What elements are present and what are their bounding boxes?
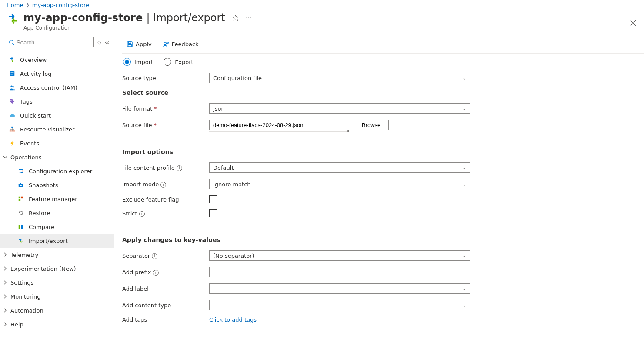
app-config-icon: [6, 12, 20, 26]
nav-label: Settings: [10, 279, 33, 286]
nav-label: Restore: [29, 210, 50, 216]
info-icon[interactable]: i: [153, 270, 159, 276]
more-icon[interactable]: ···: [245, 15, 252, 21]
file-content-profile-select[interactable]: Default ⌄: [209, 162, 470, 173]
nav-settings[interactable]: Settings: [0, 276, 114, 289]
restore-icon: [17, 209, 24, 216]
strict-label: Stricti: [122, 210, 209, 217]
import-mode-select[interactable]: Ignore match ⌄: [209, 179, 470, 189]
select-source-heading: Select source: [122, 89, 644, 96]
nav-quick-start[interactable]: Quick start: [0, 108, 114, 122]
page-subtitle: App Configuration: [23, 25, 225, 31]
favorite-star-icon[interactable]: [232, 14, 239, 21]
info-icon[interactable]: i: [152, 253, 157, 259]
add-tags-link[interactable]: Click to add tags: [209, 316, 257, 323]
browse-button[interactable]: Browse: [354, 120, 389, 130]
nav-tags[interactable]: Tags: [0, 94, 114, 108]
breadcrumb-home[interactable]: Home: [7, 2, 23, 8]
svg-point-18: [22, 171, 23, 172]
radio-import[interactable]: Import: [123, 58, 153, 66]
nav-label: Configuration explorer: [29, 168, 92, 175]
nav-import-export[interactable]: Import/export: [0, 234, 114, 248]
search-icon: [9, 40, 15, 45]
info-icon[interactable]: i: [177, 165, 182, 171]
sidebar: ◇ ≪ Overview Activity log Access control…: [0, 35, 114, 338]
svg-rect-25: [19, 197, 20, 198]
svg-rect-27: [19, 199, 20, 201]
svg-rect-31: [129, 42, 131, 44]
button-label: Apply: [136, 41, 152, 47]
expand-icon[interactable]: ◇: [97, 40, 101, 45]
chevron-down-icon: ⌄: [463, 253, 466, 258]
sidebar-search[interactable]: [6, 37, 94, 47]
breadcrumb-resource[interactable]: my-app-config-store: [32, 2, 89, 8]
svg-rect-28: [19, 225, 20, 229]
search-input[interactable]: [17, 39, 91, 46]
nav-label: Experimentation (New): [10, 266, 76, 272]
feedback-button[interactable]: Feedback: [158, 35, 203, 53]
strict-checkbox[interactable]: [209, 209, 217, 217]
nav-access-control[interactable]: Access control (IAM): [0, 81, 114, 94]
nav-resource-visualizer[interactable]: Resource visualizer: [0, 122, 114, 136]
tag-icon: [9, 98, 16, 105]
collapse-sidebar-icon[interactable]: ≪: [105, 40, 109, 45]
nav-restore[interactable]: Restore: [0, 206, 114, 220]
file-content-profile-label: File content profilei: [122, 165, 209, 171]
nav-config-explorer[interactable]: Configuration explorer: [0, 164, 114, 178]
hierarchy-icon: [9, 126, 16, 133]
radio-label: Export: [175, 59, 194, 65]
nav-help[interactable]: Help: [0, 317, 114, 331]
close-button[interactable]: [630, 20, 636, 26]
svg-rect-13: [10, 131, 11, 132]
nav-telemetry[interactable]: Telemetry: [0, 248, 114, 262]
exclude-feature-flag-checkbox[interactable]: [209, 195, 217, 203]
apply-button[interactable]: Apply: [122, 35, 156, 53]
add-prefix-input[interactable]: [209, 267, 470, 277]
file-format-select[interactable]: Json ⌄: [209, 103, 470, 114]
add-content-type-label: Add content type: [122, 302, 209, 309]
svg-rect-7: [11, 74, 14, 74]
info-icon[interactable]: i: [139, 211, 145, 217]
svg-point-20: [20, 172, 21, 173]
svg-point-33: [164, 42, 167, 45]
nav-operations[interactable]: Operations: [0, 150, 114, 164]
page-header: my-app-config-store | Import/export App …: [0, 11, 644, 35]
nav-label: Quick start: [20, 112, 51, 119]
nav-activity-log[interactable]: Activity log: [0, 67, 114, 81]
svg-point-23: [20, 185, 22, 186]
nav-overview[interactable]: Overview: [0, 53, 114, 67]
chevron-right-icon: [2, 322, 9, 326]
add-prefix-label: Add prefixi: [122, 269, 209, 276]
add-content-type-select[interactable]: ⌄: [209, 300, 470, 310]
nav-snapshots[interactable]: Snapshots: [0, 178, 114, 192]
camera-icon: [17, 182, 24, 188]
svg-rect-15: [13, 131, 15, 132]
overview-icon: [9, 56, 16, 63]
nav-events[interactable]: Events: [0, 136, 114, 150]
chevron-right-icon: [2, 294, 9, 299]
select-value: Ignore match: [213, 181, 251, 188]
radio-export[interactable]: Export: [164, 58, 194, 66]
clear-file-icon[interactable]: ✕: [346, 128, 350, 134]
radio-circle: [123, 58, 131, 66]
nav-feature-manager[interactable]: Feature manager: [0, 192, 114, 206]
nav-automation[interactable]: Automation: [0, 303, 114, 317]
separator-select[interactable]: (No separator) ⌄: [209, 250, 470, 261]
info-icon[interactable]: i: [160, 182, 166, 188]
chevron-down-icon: ⌄: [463, 76, 466, 81]
toolbar-separator: [157, 40, 157, 48]
source-file-input[interactable]: [209, 120, 348, 130]
add-label-label: Add label: [122, 286, 209, 292]
select-value: Configuration file: [213, 75, 262, 81]
source-type-select[interactable]: Configuration file ⌄: [209, 73, 470, 83]
nav-compare[interactable]: Compare: [0, 220, 114, 234]
nav-monitoring[interactable]: Monitoring: [0, 289, 114, 303]
button-label: Feedback: [172, 41, 199, 47]
svg-rect-12: [11, 127, 13, 128]
chevron-down-icon: ⌄: [463, 106, 466, 111]
nav-experimentation[interactable]: Experimentation (New): [0, 262, 114, 276]
nav-label: Resource visualizer: [20, 126, 74, 133]
file-progress: ✕: [209, 131, 348, 132]
log-icon: [9, 70, 16, 77]
add-label-select[interactable]: ⌄: [209, 283, 470, 294]
